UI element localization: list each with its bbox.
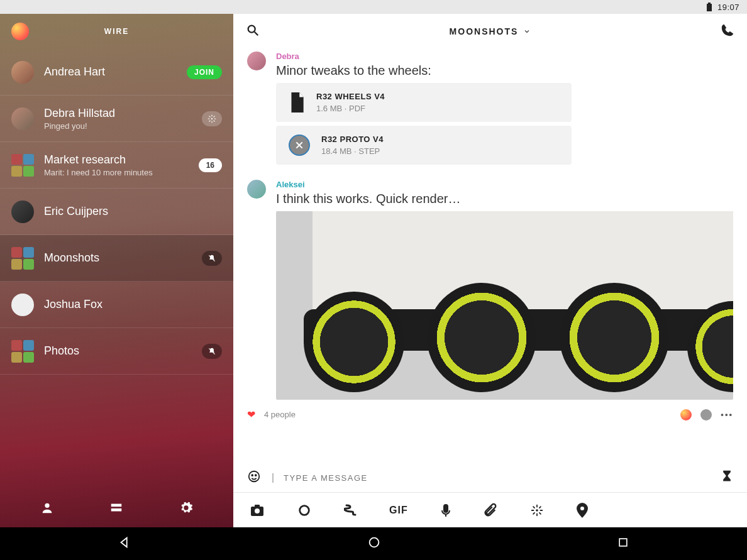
location-icon[interactable] (577, 503, 588, 518)
message-text: I think this works. Quick render… (276, 192, 733, 206)
reactor-avatar[interactable] (680, 409, 692, 420)
statusbar: 19:07 (0, 0, 747, 14)
ping-badge (202, 111, 222, 126)
chat-title[interactable]: MOONSHOTS (260, 26, 721, 36)
sender-avatar[interactable] (247, 52, 266, 70)
message-text: Minor tweaks to the wheels: (276, 63, 733, 78)
sender-name: Aleksei (276, 180, 733, 189)
mute-icon (202, 344, 222, 359)
conversation-debra[interactable]: Debra Hillstad Pinged you! (0, 96, 233, 142)
conversation-market-research[interactable]: Market research Marit: I need 10 more mi… (0, 142, 233, 189)
chat-header: MOONSHOTS (233, 14, 747, 49)
file-icon (289, 92, 305, 113)
conversation-title: Joshua Fox (44, 298, 222, 311)
svg-rect-17 (255, 505, 260, 507)
mute-icon (202, 251, 222, 266)
file-info: 1.6 MB · PDF (316, 104, 385, 113)
sidebar-header: WIRE (0, 14, 233, 49)
file-icon[interactable] (484, 503, 497, 518)
svg-point-22 (370, 538, 379, 547)
sidebar: WIRE Andrea Hart JOIN Debra Hillstad Pin… (0, 14, 233, 527)
conversation-title: Moonshots (44, 251, 192, 265)
avatar (11, 61, 34, 84)
svg-point-13 (252, 475, 253, 476)
join-badge[interactable]: JOIN (187, 65, 222, 79)
home-button[interactable] (367, 535, 381, 552)
share-icon[interactable] (530, 503, 544, 517)
conversation-subtitle: Marit: I need 10 more minutes (44, 168, 189, 177)
file-attachment-uploading[interactable]: R32 PROTO V4 18.4 MB · STEP (276, 126, 572, 165)
svg-rect-19 (443, 504, 448, 513)
ping-icon[interactable] (344, 503, 357, 518)
sender-avatar[interactable] (247, 180, 266, 199)
svg-rect-1 (708, 3, 711, 4)
contacts-icon[interactable] (40, 501, 54, 517)
svg-point-18 (300, 505, 309, 515)
cancel-upload-icon[interactable] (289, 135, 310, 156)
svg-rect-6 (111, 504, 122, 507)
svg-marker-21 (121, 538, 127, 547)
conversation-title: Andrea Hart (44, 65, 177, 79)
audio-icon[interactable] (441, 503, 451, 518)
conversation-title: Market research (44, 153, 189, 167)
self-avatar[interactable] (11, 23, 29, 40)
camera-icon[interactable] (250, 503, 265, 517)
conversation-joshua[interactable]: Joshua Fox (0, 282, 233, 328)
file-info: 18.4 MB · STEP (321, 146, 384, 156)
message-aleksei: Aleksei I think this works. Quick render… (233, 177, 747, 402)
gif-icon[interactable]: GIF (389, 505, 408, 516)
svg-point-12 (249, 471, 260, 482)
like-count: 4 people (264, 410, 296, 419)
svg-point-8 (248, 26, 255, 33)
reactor-avatar[interactable] (700, 409, 712, 420)
attachment-toolbar: GIF (233, 492, 747, 527)
sketch-icon[interactable] (297, 503, 311, 517)
more-icon[interactable]: ••• (721, 410, 733, 419)
conversation-title: Photos (44, 344, 192, 358)
conversation-photos[interactable]: Photos (0, 328, 233, 375)
conversation-andrea[interactable]: Andrea Hart JOIN (0, 49, 233, 96)
conversation-subtitle: Pinged you! (44, 121, 192, 131)
recents-button[interactable] (617, 536, 629, 551)
svg-rect-23 (619, 539, 627, 546)
conversation-title: Eric Cuijpers (44, 205, 222, 218)
back-button[interactable] (118, 535, 131, 552)
file-name: R32 PROTO V4 (321, 135, 384, 144)
sender-name: Debra (276, 52, 733, 61)
message-input[interactable] (284, 473, 709, 483)
svg-rect-0 (707, 4, 712, 11)
chevron-down-icon (523, 28, 531, 35)
svg-point-14 (255, 475, 257, 476)
group-avatar (11, 340, 34, 363)
avatar (11, 107, 34, 130)
compose-bar (233, 463, 747, 492)
file-attachment[interactable]: R32 WHEELS V4 1.6 MB · PDF (276, 83, 572, 122)
conversation-moonshots[interactable]: Moonshots (0, 235, 233, 282)
file-name: R32 WHEELS V4 (316, 92, 385, 101)
image-attachment[interactable] (276, 211, 733, 400)
svg-point-16 (255, 508, 260, 513)
svg-line-9 (255, 32, 258, 36)
svg-rect-7 (111, 508, 122, 512)
chat-body: Debra Minor tweaks to the wheels: R32 WH… (233, 49, 747, 463)
svg-point-20 (536, 509, 538, 512)
avatar (11, 200, 34, 223)
conversation-eric[interactable]: Eric Cuijpers (0, 189, 233, 235)
chat-title-text: MOONSHOTS (450, 26, 519, 36)
android-navbar (0, 527, 747, 560)
archive-icon[interactable] (109, 501, 123, 517)
group-avatar (11, 154, 34, 177)
call-icon[interactable] (721, 23, 734, 40)
sidebar-footer (0, 491, 233, 527)
reactions-bar: ❤ 4 people ••• (233, 402, 747, 425)
search-icon[interactable] (246, 23, 260, 40)
emoji-icon[interactable] (247, 469, 261, 486)
like-icon[interactable]: ❤ (247, 409, 255, 420)
settings-icon[interactable] (179, 501, 193, 517)
app-brand: WIRE (39, 27, 194, 36)
battery-icon (706, 3, 712, 11)
timed-message-icon[interactable] (721, 469, 733, 486)
svg-point-5 (45, 503, 49, 508)
avatar (11, 294, 34, 316)
message-debra: Debra Minor tweaks to the wheels: R32 WH… (233, 49, 747, 171)
